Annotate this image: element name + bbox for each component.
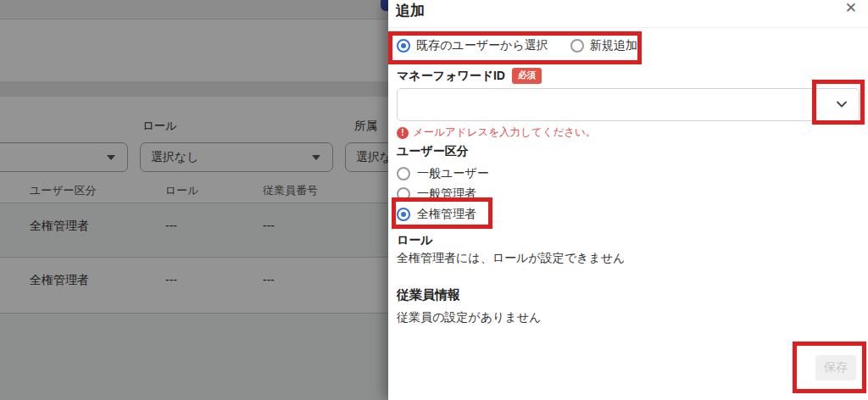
chevron-down-icon[interactable] <box>835 97 849 111</box>
radio-label: 全権管理者 <box>417 207 476 222</box>
radio-label: 一般管理者 <box>417 186 476 202</box>
radio-unselected-icon <box>397 167 410 181</box>
mfid-error: ! メールアドレスを入力してください。 <box>397 125 596 140</box>
radio-selected-icon <box>397 208 410 221</box>
mfid-label: マネーフォワードID必須 <box>397 68 542 84</box>
radio-existing-user[interactable]: 既存のユーザーから選択 <box>397 38 548 53</box>
radio-unselected-icon <box>397 187 410 201</box>
user-type-label: ユーザー区分 <box>397 144 469 159</box>
error-text: メールアドレスを入力してください。 <box>413 125 596 140</box>
mfid-label-text: マネーフォワードID <box>397 69 505 82</box>
source-radio-group: 既存のユーザーから選択 新規追加 <box>397 38 637 53</box>
radio-label: 既存のユーザーから選択 <box>416 38 548 53</box>
required-badge: 必須 <box>512 68 542 84</box>
radio-general-user[interactable]: 一般ユーザー <box>397 166 489 181</box>
role-label: ロール <box>397 233 433 248</box>
add-user-modal: 追加 ✕ 既存のユーザーから選択 新規追加 マネーフォワードID必須 ! メール… <box>388 0 868 400</box>
radio-general-admin[interactable]: 一般管理者 <box>397 186 476 202</box>
header-divider <box>388 27 868 28</box>
radio-unselected-icon <box>570 39 584 53</box>
close-icon[interactable]: ✕ <box>845 1 857 15</box>
modal-title: 追加 <box>396 1 425 20</box>
error-icon: ! <box>397 127 409 139</box>
radio-selected-icon <box>397 39 410 53</box>
radio-label: 一般ユーザー <box>417 166 489 181</box>
radio-new-user[interactable]: 新規追加 <box>570 38 637 53</box>
save-button[interactable]: 保存 <box>815 355 856 381</box>
role-note: 全権管理者には、ロールが設定できません <box>397 251 625 266</box>
employee-info-label: 従業員情報 <box>397 287 460 303</box>
mfid-input[interactable] <box>397 88 860 121</box>
employee-info-note: 従業員の設定がありません <box>397 310 541 325</box>
radio-label: 新規追加 <box>590 38 637 53</box>
radio-full-admin[interactable]: 全権管理者 <box>397 207 476 222</box>
screen: ロール 所属 選択なし 選択なし ユーザー区分 ロール 従業員番号 全権管理者 … <box>0 0 868 400</box>
